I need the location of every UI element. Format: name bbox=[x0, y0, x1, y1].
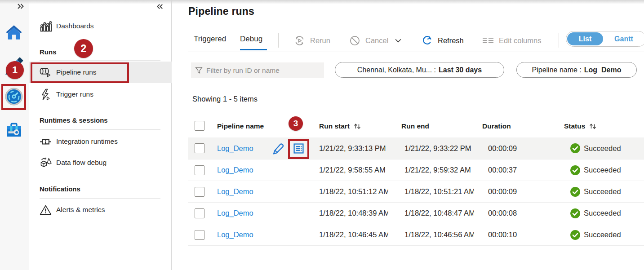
tab-debug[interactable]: Debug bbox=[240, 35, 262, 46]
table-row[interactable]: Log_Demo 1/18/22, 10:48:39 AM 1/18/22, 1… bbox=[188, 203, 644, 224]
cancel-label: Cancel bbox=[365, 36, 388, 45]
column-header-run-start[interactable]: Run start bbox=[319, 115, 361, 137]
row-checkbox[interactable] bbox=[195, 165, 204, 175]
main-content: Pipeline runs Triggered Debug Rerun bbox=[172, 0, 644, 270]
status-label: Succeeded bbox=[584, 209, 621, 217]
monitor-gauge-icon bbox=[4, 87, 24, 108]
duration-cell: 00:00:08 bbox=[488, 203, 517, 224]
tab-triggered[interactable]: Triggered bbox=[194, 35, 226, 46]
items-count-summary: Showing 1 - 5 items bbox=[192, 95, 258, 103]
date-range-filter-pill[interactable]: Chennai, Kolkata, Mu... : Last 30 days bbox=[335, 62, 504, 78]
run-end-cell: 1/18/22, 10:48:47 AM bbox=[404, 203, 474, 224]
rerun-icon bbox=[293, 35, 305, 46]
sidebar-item-label: Alerts & metrics bbox=[56, 206, 105, 214]
cancel-button[interactable]: Cancel bbox=[349, 34, 403, 47]
refresh-button[interactable]: Refresh bbox=[421, 34, 464, 47]
duration-cell: 00:00:10 bbox=[488, 224, 517, 245]
pipeline-name-link[interactable]: Log_Demo bbox=[217, 203, 253, 224]
sort-icon bbox=[353, 122, 361, 130]
table-row[interactable]: Log_Demo 1/18/22, 10:46:45 AM 1/18/22, 1… bbox=[188, 224, 644, 246]
row-checkbox[interactable] bbox=[195, 230, 204, 240]
author-nav-button[interactable] bbox=[4, 58, 22, 76]
view-output-icon[interactable] bbox=[292, 137, 305, 159]
sidebar-heading-runtimes-sessions: Runtimes & sessions bbox=[29, 112, 171, 128]
vertical-divider bbox=[559, 33, 559, 48]
table-row[interactable]: Log_Demo 1 bbox=[188, 137, 644, 159]
sidebar-item-pipeline-runs[interactable]: Pipeline runs bbox=[29, 62, 171, 83]
page-title: Pipeline runs bbox=[188, 5, 254, 18]
column-header-status[interactable]: Status bbox=[564, 115, 597, 137]
row-checkbox[interactable] bbox=[195, 187, 204, 197]
run-filter-input[interactable] bbox=[206, 66, 314, 75]
cancel-icon bbox=[349, 35, 360, 46]
monitor-nav-button[interactable] bbox=[4, 88, 24, 107]
pipeline-name-link[interactable]: Log_Demo bbox=[217, 224, 253, 245]
sidebar-item-dashboards[interactable]: Dashboards bbox=[29, 16, 171, 36]
home-icon bbox=[5, 24, 22, 42]
view-toggle-gantt[interactable]: Gantt bbox=[603, 32, 644, 45]
edit-columns-icon bbox=[482, 35, 494, 46]
row-checkbox[interactable] bbox=[195, 143, 204, 153]
rerun-button[interactable]: Rerun bbox=[293, 34, 330, 47]
manage-toolbox-icon bbox=[5, 122, 22, 140]
expand-rail-button[interactable] bbox=[16, 2, 26, 12]
refresh-icon bbox=[421, 35, 433, 46]
status-cell: Succeeded bbox=[570, 159, 621, 181]
duration-cell: 00:00:09 bbox=[488, 137, 517, 159]
pipeline-name-link[interactable]: Log_Demo bbox=[217, 137, 253, 159]
dashboards-icon bbox=[39, 19, 52, 33]
sidebar-item-data-flow-debug[interactable]: Data flow debug bbox=[29, 153, 171, 173]
duration-cell: 00:00:09 bbox=[488, 181, 517, 202]
status-label: Succeeded bbox=[584, 144, 621, 153]
success-check-icon bbox=[570, 186, 581, 197]
success-check-icon bbox=[570, 208, 581, 219]
filter-funnel-icon bbox=[195, 66, 203, 74]
pipeline-name-link[interactable]: Log_Demo bbox=[217, 159, 253, 181]
sidebar-item-label: Trigger runs bbox=[56, 90, 93, 98]
collapse-sidebar-button[interactable] bbox=[155, 2, 164, 11]
view-toggle-list[interactable]: List bbox=[567, 32, 603, 45]
view-toggle: List Gantt bbox=[566, 31, 644, 47]
success-check-icon bbox=[570, 230, 581, 240]
select-all-checkbox[interactable] bbox=[195, 121, 204, 131]
pipeline-name-filter-pill[interactable]: Pipeline name : Log_Demo bbox=[516, 62, 637, 78]
run-start-cell: 1/21/22, 9:33:13 PM bbox=[319, 137, 388, 159]
left-icon-rail bbox=[0, 0, 29, 270]
run-end-cell: 1/21/22, 9:59:32 AM bbox=[404, 159, 474, 181]
status-cell: Succeeded bbox=[570, 203, 621, 224]
section-divider bbox=[40, 129, 160, 130]
manage-nav-button[interactable] bbox=[5, 122, 23, 140]
sidebar-item-alerts-metrics[interactable]: Alerts & metrics bbox=[29, 200, 171, 220]
table-row[interactable]: Log_Demo 1/18/22, 10:51:12 AM 1/18/22, 1… bbox=[188, 181, 644, 203]
sidebar-item-label: Data flow debug bbox=[56, 159, 107, 167]
trigger-runs-icon bbox=[39, 88, 52, 101]
section-divider bbox=[40, 198, 160, 199]
sidebar-heading-runs: Runs bbox=[29, 44, 171, 60]
pipeline-name-link[interactable]: Log_Demo bbox=[217, 181, 253, 202]
run-start-cell: 1/21/22, 9:58:55 AM bbox=[319, 159, 388, 181]
column-header-pipeline-name[interactable]: Pipeline name bbox=[217, 115, 264, 137]
success-check-icon bbox=[570, 143, 581, 154]
run-start-cell: 1/18/22, 10:48:39 AM bbox=[319, 203, 388, 224]
chevron-double-left-icon bbox=[155, 4, 164, 12]
sidebar-heading-notifications: Notifications bbox=[29, 181, 171, 197]
run-filter-box bbox=[191, 62, 324, 78]
edit-columns-button[interactable]: Edit columns bbox=[482, 34, 541, 47]
column-header-run-end[interactable]: Run end bbox=[401, 115, 429, 137]
row-checkbox[interactable] bbox=[195, 208, 204, 218]
sidebar-item-integration-runtimes[interactable]: Integration runtimes bbox=[29, 132, 171, 151]
run-start-cell: 1/18/22, 10:51:12 AM bbox=[319, 181, 388, 202]
sidebar-item-trigger-runs[interactable]: Trigger runs bbox=[29, 84, 171, 104]
section-divider bbox=[40, 60, 160, 61]
column-header-duration[interactable]: Duration bbox=[482, 115, 511, 137]
edit-pipeline-icon[interactable] bbox=[271, 137, 284, 159]
home-nav-button[interactable] bbox=[5, 24, 23, 42]
run-start-cell: 1/18/22, 10:46:45 AM bbox=[319, 224, 388, 245]
table-row[interactable]: Log_Demo 1/21/22, 9:58:55 AM 1/21/22, 9:… bbox=[188, 159, 644, 181]
status-cell: Succeeded bbox=[570, 137, 621, 159]
chevron-down-icon[interactable] bbox=[393, 35, 403, 45]
monitor-sidebar: Dashboards Runs Pipeline runs bbox=[29, 0, 172, 270]
run-end-cell: 1/18/22, 10:46:56 AM bbox=[404, 224, 474, 245]
sort-icon bbox=[589, 122, 597, 130]
edit-columns-label: Edit columns bbox=[499, 36, 541, 45]
